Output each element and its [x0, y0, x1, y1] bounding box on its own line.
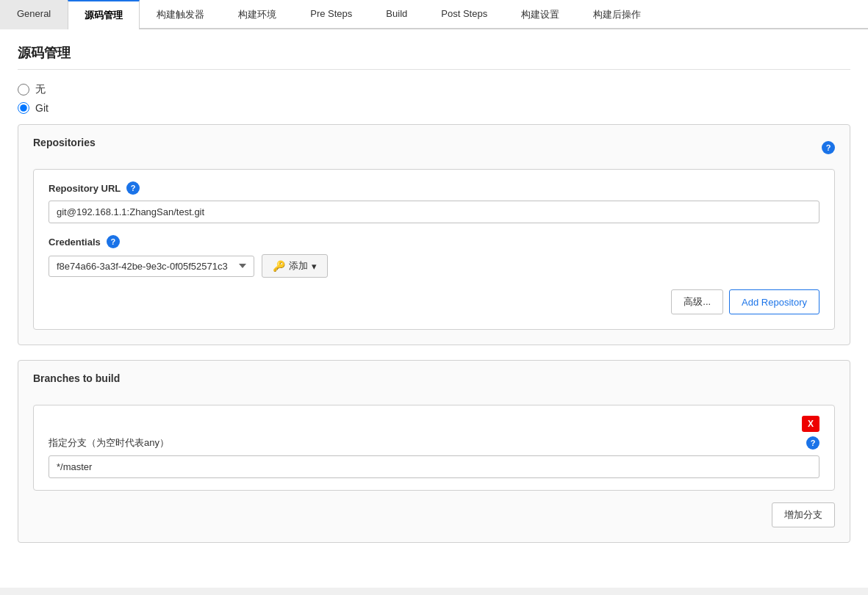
repositories-label: Repositories — [33, 137, 96, 148]
radio-none-item: 无 — [18, 83, 850, 96]
radio-git-item: Git — [18, 102, 850, 114]
branches-panel: Branches to build X 指定分支（为空时代表any） ? 增加分… — [18, 360, 850, 543]
tab-build-trigger[interactable]: 构建触发器 — [140, 0, 221, 29]
radio-none-label[interactable]: 无 — [35, 83, 46, 96]
credentials-help-icon[interactable]: ? — [107, 235, 120, 248]
add-btn-arrow: ▾ — [312, 261, 317, 272]
credentials-label-row: Credentials ? — [49, 235, 819, 248]
repo-url-label-text: Repository URL — [49, 183, 121, 194]
action-row: 高级... Add Repository — [49, 289, 819, 314]
repo-card: Repository URL ? Credentials ? f8e74a66-… — [33, 169, 835, 330]
credentials-label-text: Credentials — [49, 237, 101, 248]
tab-pre-steps[interactable]: Pre Steps — [293, 0, 369, 29]
repositories-panel: Repositories ? Repository URL ? Credenti… — [18, 124, 850, 345]
repo-url-input[interactable] — [49, 201, 819, 223]
tab-source-management[interactable]: 源码管理 — [68, 0, 140, 29]
repositories-title-row: Repositories ? — [33, 137, 835, 159]
tab-build[interactable]: Build — [369, 0, 424, 29]
tab-general[interactable]: General — [0, 0, 68, 29]
radio-group: 无 Git — [18, 83, 850, 114]
branch-card: X 指定分支（为空时代表any） ? — [33, 405, 835, 491]
branches-title-row: Branches to build — [33, 372, 835, 394]
repo-url-help-icon[interactable]: ? — [126, 181, 140, 195]
page-title: 源码管理 — [18, 44, 850, 70]
add-branch-button[interactable]: 增加分支 — [772, 502, 835, 527]
tab-post-build[interactable]: 构建后操作 — [576, 0, 658, 29]
add-btn-label: 添加 — [289, 259, 308, 273]
branch-input[interactable] — [49, 455, 819, 478]
branch-help-icon[interactable]: ? — [806, 436, 819, 450]
key-icon: 🔑 — [273, 260, 285, 272]
credentials-row: f8e74a66-3a3f-42be-9e3c-0f05f52571c3 🔑 添… — [49, 254, 819, 278]
branch-top-row: X — [49, 416, 819, 432]
radio-none[interactable] — [18, 84, 29, 95]
repo-url-label-row: Repository URL ? — [49, 181, 819, 195]
tab-build-settings[interactable]: 构建设置 — [504, 0, 576, 29]
branch-label-row: 指定分支（为空时代表any） ? — [49, 436, 819, 450]
branch-label-text: 指定分支（为空时代表any） — [49, 436, 169, 450]
tab-bar: General 源码管理 构建触发器 构建环境 Pre Steps Build … — [0, 0, 868, 29]
advanced-button[interactable]: 高级... — [671, 289, 723, 314]
repositories-help-icon[interactable]: ? — [822, 141, 835, 154]
credentials-add-button[interactable]: 🔑 添加 ▾ — [262, 254, 328, 278]
radio-git-label[interactable]: Git — [35, 102, 49, 114]
main-content: 源码管理 无 Git Repositories ? Repository URL… — [0, 29, 868, 588]
add-repository-button[interactable]: Add Repository — [729, 289, 819, 314]
tab-build-env[interactable]: 构建环境 — [221, 0, 293, 29]
remove-branch-button[interactable]: X — [802, 416, 819, 432]
add-branch-row: 增加分支 — [33, 502, 835, 527]
branches-label: Branches to build — [33, 372, 120, 384]
credentials-select[interactable]: f8e74a66-3a3f-42be-9e3c-0f05f52571c3 — [49, 256, 254, 277]
tab-post-steps[interactable]: Post Steps — [424, 0, 504, 29]
radio-git[interactable] — [18, 102, 29, 114]
